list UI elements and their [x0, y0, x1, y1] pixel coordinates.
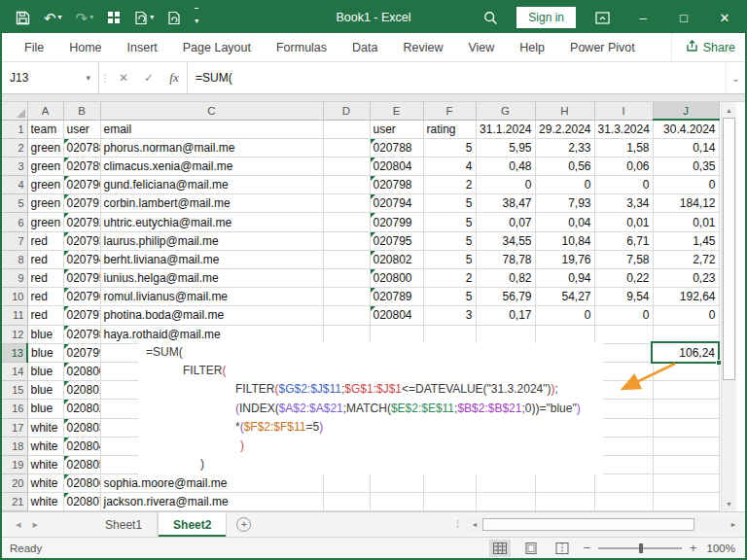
row-header-12[interactable]: 12: [2, 325, 27, 343]
cell-J17[interactable]: [653, 418, 719, 437]
row-header-3[interactable]: 3: [2, 157, 27, 175]
horizontal-scroll-thumb[interactable]: [482, 518, 694, 531]
page-break-view-icon[interactable]: [551, 540, 573, 557]
cell-A16[interactable]: blue: [27, 400, 63, 418]
cell-H7[interactable]: 10,84: [535, 231, 594, 250]
row-header-20[interactable]: 20: [2, 474, 27, 493]
cell-J1[interactable]: 30.4.2024: [653, 120, 719, 138]
tab-power-pivot[interactable]: Power Pivot: [557, 33, 648, 61]
cell-G7[interactable]: 34,55: [476, 231, 535, 250]
zoom-slider[interactable]: [598, 543, 682, 553]
cell-A8[interactable]: red: [27, 250, 63, 268]
cell-F21[interactable]: [423, 493, 476, 511]
cell-G12[interactable]: [476, 325, 535, 343]
cell-G4[interactable]: 0: [476, 176, 535, 194]
tab-review[interactable]: Review: [390, 33, 455, 61]
close-button[interactable]: ✕: [704, 2, 745, 33]
cell-A1[interactable]: team: [27, 120, 63, 138]
column-header-C[interactable]: C: [100, 102, 323, 120]
cell-F5[interactable]: 5: [423, 194, 476, 213]
cell-H6[interactable]: 0,04: [535, 213, 594, 231]
sheet-tab-sheet1[interactable]: Sheet1: [90, 512, 158, 537]
share-button[interactable]: Share: [671, 33, 735, 61]
cell-E2[interactable]: 020788: [370, 138, 423, 157]
cell-B11[interactable]: 020797: [63, 306, 100, 325]
cell-G20[interactable]: [476, 474, 535, 493]
sheet-nav-right-icon[interactable]: ▸: [33, 518, 39, 531]
tab-data[interactable]: Data: [339, 33, 390, 61]
cell-H21[interactable]: [535, 493, 594, 511]
cell-I4[interactable]: 0: [594, 176, 653, 194]
cell-J8[interactable]: 2,72: [653, 250, 719, 268]
zoom-level[interactable]: 100%: [707, 542, 735, 554]
search-icon[interactable]: [470, 2, 511, 33]
cell-I12[interactable]: [594, 325, 653, 343]
cell-I7[interactable]: 6,71: [594, 231, 653, 250]
column-header-G[interactable]: G: [476, 102, 535, 120]
tab-home[interactable]: Home: [56, 33, 114, 61]
cell-A18[interactable]: white: [27, 437, 63, 455]
cell-H20[interactable]: [535, 474, 594, 493]
cell-D1[interactable]: [323, 120, 370, 138]
select-all-corner[interactable]: [2, 102, 27, 120]
cell-C11[interactable]: photina.boda@mail.me: [100, 306, 323, 325]
normal-view-icon[interactable]: [489, 540, 511, 557]
cell-B12[interactable]: 020798: [63, 325, 100, 343]
cell-A14[interactable]: blue: [27, 362, 63, 380]
cell-B19[interactable]: 020805: [63, 455, 100, 473]
cell-A3[interactable]: green: [27, 157, 63, 175]
cell-E20[interactable]: [370, 474, 423, 493]
cell-B4[interactable]: 020790: [63, 176, 100, 194]
ribbon-display-options-icon[interactable]: [582, 2, 622, 33]
row-header-13[interactable]: 13: [2, 343, 27, 362]
cell-H5[interactable]: 7,93: [535, 194, 594, 213]
cell-J20[interactable]: [653, 474, 719, 493]
tab-insert[interactable]: Insert: [115, 33, 170, 61]
cell-A4[interactable]: green: [27, 176, 63, 194]
cell-E11[interactable]: 020804: [370, 306, 423, 325]
cell-A7[interactable]: red: [27, 231, 63, 250]
cell-J14[interactable]: [653, 362, 719, 380]
cell-E9[interactable]: 020800: [370, 269, 423, 288]
cell-H3[interactable]: 0,56: [535, 157, 594, 175]
cell-H4[interactable]: 0: [535, 176, 594, 194]
cell-E10[interactable]: 020789: [370, 288, 423, 306]
insert-function-icon[interactable]: fx: [161, 70, 187, 86]
sheet-nav-left-icon[interactable]: ◂: [16, 518, 21, 531]
cell-D20[interactable]: [323, 474, 370, 493]
cell-G8[interactable]: 78,78: [476, 250, 535, 268]
sheet-tab-sheet2[interactable]: Sheet2: [158, 512, 227, 537]
cell-F20[interactable]: [423, 474, 476, 493]
row-header-5[interactable]: 5: [2, 194, 27, 213]
qat-customize-icon[interactable]: ▾: [195, 8, 198, 27]
scroll-right-icon[interactable]: ►: [726, 521, 741, 528]
cell-D5[interactable]: [323, 194, 370, 213]
cell-D6[interactable]: [323, 213, 370, 231]
cell-G11[interactable]: 0,17: [476, 306, 535, 325]
formula-bar-expand-icon[interactable]: ⌄: [726, 62, 745, 93]
sign-in-button[interactable]: Sign in: [516, 7, 576, 28]
cell-B7[interactable]: 020793: [63, 231, 100, 250]
cell-D2[interactable]: [323, 138, 370, 157]
row-header-1[interactable]: 1: [2, 120, 27, 138]
cell-D11[interactable]: [323, 306, 370, 325]
cell-B8[interactable]: 020794: [63, 250, 100, 268]
tab-page-layout[interactable]: Page Layout: [170, 33, 264, 61]
row-header-21[interactable]: 21: [2, 493, 27, 511]
cell-J2[interactable]: 0,14: [653, 138, 719, 157]
horizontal-scrollbar[interactable]: ◄ ►: [467, 517, 741, 533]
cell-A13[interactable]: blue: [27, 343, 63, 362]
cell-D3[interactable]: [323, 157, 370, 175]
row-header-14[interactable]: 14: [2, 362, 27, 380]
cell-H2[interactable]: 2,33: [535, 138, 594, 157]
row-header-15[interactable]: 15: [2, 381, 27, 400]
cell-C10[interactable]: romul.livianus@mail.me: [100, 288, 323, 306]
cell-D12[interactable]: [323, 325, 370, 343]
cell-B2[interactable]: 020788: [63, 138, 100, 157]
save-icon[interactable]: [16, 11, 30, 25]
cell-J18[interactable]: [653, 437, 719, 455]
cell-F7[interactable]: 5: [423, 231, 476, 250]
cell-A6[interactable]: green: [27, 213, 63, 231]
cell-C9[interactable]: iunius.helga@mail.me: [100, 269, 323, 288]
cell-I10[interactable]: 9,54: [594, 288, 653, 306]
